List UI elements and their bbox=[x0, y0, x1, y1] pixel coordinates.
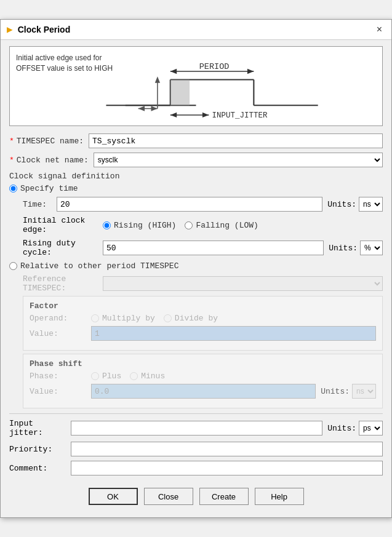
duty-input[interactable] bbox=[103, 241, 324, 255]
minus-label: Minus bbox=[141, 372, 165, 381]
falling-option: Falling (LOW) bbox=[185, 221, 258, 230]
button-row: OK Close Create Help bbox=[9, 483, 383, 511]
phase-value-row: Value: Units: ns bbox=[30, 384, 376, 399]
jitter-input[interactable] bbox=[71, 421, 322, 436]
time-row: Time: Units: ns ps us bbox=[23, 197, 383, 212]
falling-label[interactable]: Falling (LOW) bbox=[196, 221, 258, 230]
svg-text:PERIOD: PERIOD bbox=[199, 62, 230, 71]
phase-value-input bbox=[91, 384, 316, 399]
clocknet-label: Clock net name: bbox=[17, 156, 89, 165]
phase-box: Phase shift Phase: Plus Minus Value: Uni… bbox=[23, 354, 383, 408]
dialog-content: Initial active edge used for OFFSET valu… bbox=[1, 40, 391, 517]
title-icon: ▶ bbox=[7, 23, 13, 36]
titlebar: ▶ Clock Period × bbox=[1, 20, 391, 40]
relative-label[interactable]: Relative to other period TIMESPEC bbox=[20, 261, 178, 271]
priority-row: Priority: bbox=[9, 442, 383, 456]
minus-radio bbox=[130, 372, 138, 380]
ref-timespec-select bbox=[103, 276, 383, 291]
comment-input[interactable] bbox=[71, 461, 383, 475]
jitter-units-label-text: Units: bbox=[327, 424, 356, 433]
phase-label: Phase shift bbox=[30, 359, 376, 368]
ok-button[interactable]: OK bbox=[89, 488, 138, 505]
plus-radio bbox=[91, 372, 99, 380]
close-button[interactable]: Close bbox=[144, 488, 193, 505]
rising-radio[interactable] bbox=[103, 221, 111, 229]
titlebar-left: ▶ Clock Period bbox=[7, 23, 70, 36]
factor-value-input bbox=[91, 326, 376, 341]
timespec-required-marker: * bbox=[9, 137, 14, 146]
phase-value-label: Value: bbox=[30, 387, 91, 396]
clock-edge-label: Initial clock edge: bbox=[23, 216, 103, 234]
ref-timespec-row: Reference TIMESPEC: bbox=[23, 274, 383, 293]
factor-value-row: Value: bbox=[30, 326, 376, 341]
plus-option: Plus bbox=[91, 372, 121, 381]
timespec-row: * TIMESPEC name: bbox=[9, 133, 383, 148]
specify-time-radio[interactable] bbox=[9, 185, 17, 193]
svg-marker-14 bbox=[247, 69, 254, 74]
multiply-radio bbox=[91, 314, 99, 322]
clock-edge-row: Initial clock edge: Rising (HIGH) Fallin… bbox=[23, 216, 383, 234]
timespec-label: TIMESPEC name: bbox=[17, 137, 84, 146]
time-label: Time: bbox=[23, 200, 57, 209]
priority-input[interactable] bbox=[71, 442, 383, 456]
time-input[interactable] bbox=[57, 197, 322, 212]
svg-marker-13 bbox=[170, 69, 177, 74]
divide-radio bbox=[164, 314, 172, 322]
factor-value-label: Value: bbox=[30, 329, 91, 338]
diagram-box: Initial active edge used for OFFSET valu… bbox=[9, 46, 383, 126]
clock-period-dialog: ▶ Clock Period × Initial active edge use… bbox=[0, 19, 392, 518]
divide-option: Divide by bbox=[164, 314, 218, 323]
jitter-row: Input jitter: Units: ps ns bbox=[9, 419, 383, 437]
priority-label: Priority: bbox=[9, 445, 71, 454]
comment-row: Comment: bbox=[9, 461, 383, 475]
diagram-svg: PERIOD INPUT_JITTER bbox=[10, 47, 382, 125]
clocknet-select[interactable]: sysclk bbox=[94, 153, 383, 167]
relative-radio[interactable] bbox=[9, 262, 17, 270]
svg-marker-8 bbox=[155, 76, 160, 82]
plus-label: Plus bbox=[102, 372, 121, 381]
factor-box: Factor Operand: Multiply by Divide by Va… bbox=[23, 296, 383, 351]
jitter-units-select[interactable]: ps ns bbox=[359, 421, 383, 436]
phase-field-row: Phase: Plus Minus bbox=[30, 372, 376, 381]
clocknet-required-marker: * bbox=[9, 156, 14, 165]
svg-marker-17 bbox=[170, 113, 177, 117]
relative-row: Relative to other period TIMESPEC bbox=[9, 261, 383, 271]
specify-time-label[interactable]: Specify time bbox=[20, 184, 78, 193]
clock-signal-label: Clock signal definition bbox=[9, 172, 119, 181]
comment-label: Comment: bbox=[9, 464, 71, 473]
phase-units-select: ns bbox=[352, 384, 376, 399]
minus-option: Minus bbox=[130, 372, 165, 381]
time-units-label: Units: bbox=[327, 200, 356, 209]
svg-marker-11 bbox=[151, 106, 157, 111]
jitter-label: Input jitter: bbox=[9, 419, 71, 437]
duty-units-select[interactable]: % bbox=[360, 241, 383, 255]
divider1 bbox=[9, 413, 383, 414]
svg-text:INPUT_JITTER: INPUT_JITTER bbox=[212, 111, 268, 120]
create-button[interactable]: Create bbox=[199, 488, 249, 505]
svg-marker-18 bbox=[202, 113, 209, 117]
rising-option: Rising (HIGH) bbox=[103, 221, 176, 230]
svg-marker-10 bbox=[138, 106, 145, 111]
clocknet-row: * Clock net name: sysclk bbox=[9, 153, 383, 167]
operand-label: Operand: bbox=[30, 314, 91, 323]
rising-label[interactable]: Rising (HIGH) bbox=[114, 221, 176, 230]
divide-label: Divide by bbox=[175, 314, 218, 323]
duty-label: Rising duty cycle: bbox=[23, 239, 103, 257]
multiply-option: Multiply by bbox=[91, 314, 155, 323]
falling-radio[interactable] bbox=[185, 221, 193, 229]
help-button[interactable]: Help bbox=[255, 488, 304, 505]
dialog-title: Clock Period bbox=[18, 25, 71, 34]
operand-row: Operand: Multiply by Divide by bbox=[30, 314, 376, 323]
time-units-select[interactable]: ns ps us bbox=[359, 197, 383, 212]
duty-units-label: Units: bbox=[329, 244, 358, 253]
timespec-input[interactable] bbox=[89, 133, 383, 148]
close-icon[interactable]: × bbox=[374, 23, 385, 36]
factor-label: Factor bbox=[30, 301, 376, 311]
duty-row: Rising duty cycle: Units: % bbox=[23, 239, 383, 257]
multiply-label: Multiply by bbox=[102, 314, 155, 323]
specify-time-row: Specify time bbox=[9, 184, 383, 193]
phase-field-label: Phase: bbox=[30, 372, 91, 381]
svg-rect-6 bbox=[170, 80, 190, 106]
ref-timespec-label: Reference TIMESPEC: bbox=[23, 274, 103, 293]
clock-signal-section: Clock signal definition bbox=[9, 172, 383, 181]
